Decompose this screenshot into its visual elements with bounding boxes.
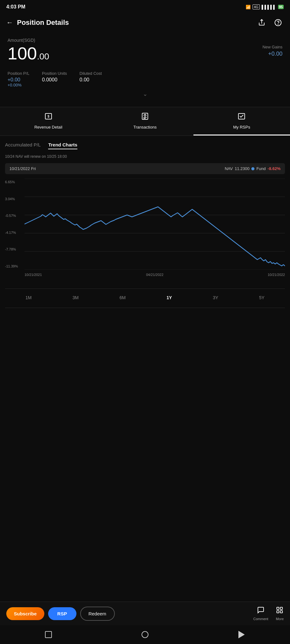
fund-pct: -8.62% bbox=[268, 166, 281, 171]
period-5y[interactable]: 5Y bbox=[256, 294, 268, 301]
nav-home-button[interactable] bbox=[140, 630, 150, 639]
help-icon[interactable] bbox=[272, 17, 284, 28]
y-label-6: -11.39% bbox=[5, 264, 24, 268]
period-selector: 1M 3M 6M 1Y 3Y 5Y bbox=[5, 289, 285, 308]
system-navigation bbox=[0, 625, 290, 644]
chart-nav-info: NAV 11.2300 Fund -8.62% bbox=[225, 166, 281, 171]
expand-chevron[interactable]: ⌄ bbox=[8, 87, 282, 101]
y-label-5: -7.78% bbox=[5, 247, 24, 251]
tab-revenue[interactable]: $ Revenue Detail bbox=[0, 107, 97, 135]
comment-button[interactable]: Comment bbox=[253, 606, 268, 621]
period-1y[interactable]: 1Y bbox=[163, 294, 175, 301]
new-gains-value: +0.00 bbox=[262, 51, 282, 57]
share-icon[interactable] bbox=[256, 17, 267, 28]
position-pl-value: +0.00 bbox=[8, 77, 29, 83]
x-label-mid: 04/21/2022 bbox=[146, 273, 163, 277]
nav-renew-info: 10/24 NAV will renew on 10/25 18:00 bbox=[5, 154, 285, 159]
comment-icon bbox=[257, 606, 265, 616]
more-label: More bbox=[276, 617, 284, 621]
nav-value: 11.2300 bbox=[235, 166, 249, 171]
rsps-icon bbox=[237, 112, 246, 122]
revenue-icon: $ bbox=[44, 112, 53, 122]
amount-value: 100.00 bbox=[8, 45, 49, 62]
position-units-metric: Position Units 0.0000 bbox=[42, 71, 67, 87]
period-1m[interactable]: 1M bbox=[22, 294, 35, 301]
position-top-row: 100.00 New Gains +0.00 bbox=[8, 45, 282, 62]
position-section: Amount(SGD) 100.00 New Gains +0.00 Posit… bbox=[0, 35, 290, 107]
y-label-1: 6.65% bbox=[5, 180, 24, 184]
header: ← Position Details bbox=[0, 14, 290, 35]
y-label-2: 3.04% bbox=[5, 197, 24, 201]
subscribe-button[interactable]: Subscribe bbox=[6, 607, 44, 620]
y-label-3: -0.57% bbox=[5, 214, 24, 217]
accumulated-pl-tab[interactable]: Accumulated P/L bbox=[5, 142, 41, 149]
page-title: Position Details bbox=[17, 19, 69, 27]
transactions-icon bbox=[141, 112, 149, 122]
x-label-end: 10/21/2022 bbox=[268, 273, 285, 277]
chart-svg bbox=[25, 179, 285, 270]
nav-back-button[interactable] bbox=[237, 630, 246, 639]
position-pl-metric: Position P/L +0.00 +0.00% bbox=[8, 71, 29, 87]
diluted-cost-value: 0.00 bbox=[80, 77, 102, 83]
bottom-action-bar: Subscribe RSP Redeem Comment More bbox=[0, 602, 290, 625]
tab-transactions[interactable]: Transactions bbox=[97, 107, 193, 135]
tab-navigation: $ Revenue Detail Transactions My RSPs bbox=[0, 107, 290, 136]
diluted-cost-metric: Diluted Cost 0.00 bbox=[80, 71, 102, 87]
circle-icon bbox=[142, 631, 148, 638]
signal-bars: ▌▌▌▌▌ bbox=[262, 5, 276, 9]
more-button[interactable]: More bbox=[276, 606, 284, 621]
svg-text:$: $ bbox=[47, 115, 49, 118]
redeem-button[interactable]: Redeem bbox=[80, 607, 115, 621]
battery-icon: 95 bbox=[278, 5, 284, 9]
revenue-tab-label: Revenue Detail bbox=[34, 125, 62, 129]
amount-whole: 100 bbox=[8, 43, 37, 63]
trend-charts-tab[interactable]: Trend Charts bbox=[48, 142, 77, 149]
chart-tabs: Accumulated P/L Trend Charts bbox=[5, 142, 285, 149]
new-gains-label: New Gains bbox=[262, 45, 282, 49]
svg-rect-17 bbox=[280, 607, 282, 609]
fund-dot bbox=[251, 167, 254, 170]
svg-rect-18 bbox=[277, 611, 279, 613]
position-pl-pct: +0.00% bbox=[8, 83, 29, 87]
position-metrics: Position P/L +0.00 +0.00% Position Units… bbox=[8, 71, 282, 87]
period-6m[interactable]: 6M bbox=[116, 294, 129, 301]
fund-label: Fund bbox=[256, 166, 266, 171]
chart-header: 10/21/2022 Fri NAV 11.2300 Fund -8.62% bbox=[5, 163, 285, 174]
position-units-label: Position Units bbox=[42, 71, 67, 76]
period-3y[interactable]: 3Y bbox=[210, 294, 221, 301]
period-3m[interactable]: 3M bbox=[70, 294, 82, 301]
more-icon bbox=[276, 606, 283, 616]
x-label-start: 10/21/2021 bbox=[25, 273, 42, 277]
chart-section: Accumulated P/L Trend Charts 10/24 NAV w… bbox=[0, 136, 290, 314]
position-units-value: 0.0000 bbox=[42, 77, 67, 83]
y-label-4: -4.17% bbox=[5, 231, 24, 234]
chart-date: 10/21/2022 Fri bbox=[9, 166, 36, 171]
header-left: ← Position Details bbox=[6, 19, 69, 27]
bottom-icons: Comment More bbox=[253, 606, 284, 621]
svg-point-6 bbox=[144, 114, 146, 116]
position-pl-label: Position P/L bbox=[8, 71, 29, 76]
status-time: 4:03 PM bbox=[6, 4, 25, 10]
svg-rect-16 bbox=[277, 607, 279, 609]
nav-label: NAV bbox=[225, 166, 233, 171]
network-icon: 4G bbox=[253, 4, 260, 9]
trend-chart[interactable]: 6.65% 3.04% -0.57% -4.17% -7.78% -11.39%… bbox=[5, 179, 285, 285]
header-right bbox=[256, 17, 284, 28]
svg-rect-19 bbox=[280, 611, 282, 613]
triangle-icon bbox=[238, 631, 245, 638]
rsp-button[interactable]: RSP bbox=[48, 607, 76, 620]
comment-label: Comment bbox=[253, 617, 268, 621]
nav-square-button[interactable] bbox=[44, 630, 53, 639]
square-icon bbox=[45, 631, 52, 638]
rsps-tab-label: My RSPs bbox=[233, 125, 250, 129]
status-bar: 4:03 PM 📶 4G ▌▌▌▌▌ 95 bbox=[0, 0, 290, 14]
x-axis-labels: 10/21/2021 04/21/2022 10/21/2022 bbox=[25, 271, 285, 277]
amount-decimal: .00 bbox=[37, 52, 49, 61]
back-button[interactable]: ← bbox=[6, 19, 13, 27]
battery-pct: 95 bbox=[278, 5, 284, 9]
new-gains-section: New Gains +0.00 bbox=[262, 45, 282, 57]
tab-rsps[interactable]: My RSPs bbox=[193, 107, 290, 135]
bluetooth-icon: 📶 bbox=[246, 5, 251, 9]
amount-label: Amount(SGD) bbox=[8, 38, 282, 43]
diluted-cost-label: Diluted Cost bbox=[80, 71, 102, 76]
